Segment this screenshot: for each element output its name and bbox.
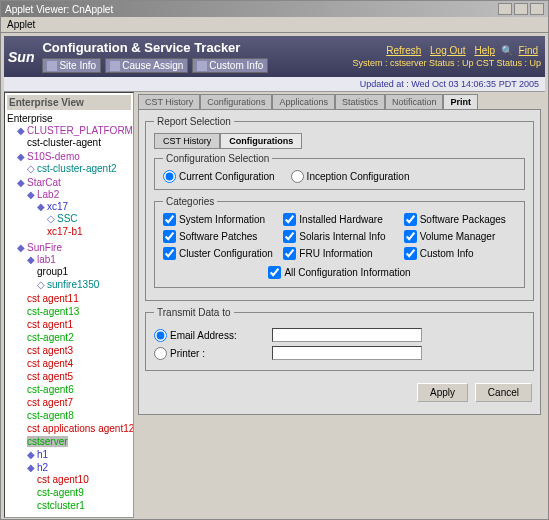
chk-volume-mgr[interactable]: Volume Manager <box>404 230 516 243</box>
chk-system-info[interactable]: System Information <box>163 213 275 226</box>
tree-node[interactable]: cst agent11 <box>27 292 131 305</box>
tree-node[interactable]: xc17-b1 <box>47 225 131 238</box>
nav-site-info[interactable]: Site Info <box>42 58 101 73</box>
chk-cluster-config[interactable]: Cluster Configuration <box>163 247 275 260</box>
cause-assign-icon <box>110 61 120 71</box>
tree-node[interactable]: ◆Lab2 ◆xc17 ◇SSC xc17-b1 <box>27 188 131 240</box>
tree-node[interactable]: cst agent10 <box>37 473 131 486</box>
chk-sw-patches[interactable]: Software Patches <box>163 230 275 243</box>
chk-custom-info[interactable]: Custom Info <box>404 247 516 260</box>
subtab-cst-history[interactable]: CST History <box>154 133 220 149</box>
tab-configurations[interactable]: Configurations <box>200 94 272 109</box>
tree-node[interactable]: ◆xc17 ◇SSC xc17-b1 <box>37 200 131 239</box>
tab-statistics[interactable]: Statistics <box>335 94 385 109</box>
printer-field[interactable] <box>272 346 422 360</box>
tree-node-selected[interactable]: cstserver <box>27 435 131 448</box>
minimize-icon[interactable] <box>498 3 512 15</box>
tree-node[interactable]: ◇SSC <box>47 212 131 225</box>
chk-fru-info[interactable]: FRU Information <box>283 247 395 260</box>
window-title: Applet Viewer: CnApplet <box>5 4 113 15</box>
sun-logo: Sun <box>8 49 34 65</box>
tree-node[interactable]: ◇cst-cluster-agent2 <box>27 162 131 175</box>
tree-node[interactable]: ◆CLUSTER_PLATFORM cst-cluster-agent <box>17 124 131 150</box>
menubar: Applet <box>1 17 548 33</box>
tree-node[interactable]: ◆lab1 group1 ◇sunfire1350 <box>27 253 131 292</box>
tree-node[interactable]: ◆h1 <box>27 448 131 461</box>
link-find[interactable]: Find <box>519 45 538 56</box>
link-help[interactable]: Help <box>474 45 495 56</box>
tree-node[interactable]: cst agent7 <box>27 396 131 409</box>
radio-email[interactable]: Email Address: <box>154 329 264 342</box>
tree-node[interactable]: cst agent3 <box>27 344 131 357</box>
find-icon: 🔍 <box>501 45 513 56</box>
tree-root[interactable]: Enterprise ◆CLUSTER_PLATFORM cst-cluster… <box>7 112 131 515</box>
nav-custom-info[interactable]: Custom Info <box>192 58 268 73</box>
menu-applet[interactable]: Applet <box>7 19 35 30</box>
fieldset-report-selection: Report Selection CST History Configurati… <box>145 116 534 301</box>
tree: Enterprise ◆CLUSTER_PLATFORM cst-cluster… <box>7 112 131 515</box>
tree-node[interactable]: cst-agent2 <box>27 331 131 344</box>
titlebar: Applet Viewer: CnApplet <box>1 1 548 17</box>
custom-info-icon <box>197 61 207 71</box>
app-title: Configuration & Service Tracker <box>42 40 344 55</box>
sidebar-title: Enterprise View <box>7 95 131 110</box>
chk-all-config[interactable]: All Configuration Information <box>268 266 410 279</box>
maximize-icon[interactable] <box>514 3 528 15</box>
tree-node[interactable]: cst-agent13 <box>27 305 131 318</box>
tree-node[interactable]: ◆h2 cst agent10 cst-agent9 cstcluster1 <box>27 461 131 513</box>
fieldset-categories: Categories System Information Installed … <box>154 196 525 288</box>
chk-installed-hw[interactable]: Installed Hardware <box>283 213 395 226</box>
main-tabs: CST History Configurations Applications … <box>138 94 541 109</box>
tree-node[interactable]: cst agent5 <box>27 370 131 383</box>
email-field[interactable] <box>272 328 422 342</box>
chk-sw-packages[interactable]: Software Packages <box>404 213 516 226</box>
cancel-button[interactable]: Cancel <box>475 383 532 402</box>
tree-node[interactable]: cst agent4 <box>27 357 131 370</box>
tree-node[interactable]: ◆StarCat ◆Lab2 ◆xc17 ◇SSC xc17-b1 <box>17 176 131 241</box>
updated-at: Updated at : Wed Oct 03 14:06:35 PDT 200… <box>4 77 545 92</box>
tree-node[interactable]: ◆SunFire ◆lab1 group1 ◇sunfire1350 cst a… <box>17 241 131 514</box>
nav-cause-assign[interactable]: Cause Assign <box>105 58 188 73</box>
fieldset-config-selection: Configuration Selection Current Configur… <box>154 153 525 190</box>
site-info-icon <box>47 61 57 71</box>
legend-report-selection: Report Selection <box>154 116 234 127</box>
link-logout[interactable]: Log Out <box>430 45 466 56</box>
subtab-configurations[interactable]: Configurations <box>220 133 302 149</box>
apply-button[interactable]: Apply <box>417 383 468 402</box>
chk-solaris-info[interactable]: Solaris Internal Info <box>283 230 395 243</box>
tree-node[interactable]: cst-agent9 <box>37 486 131 499</box>
tab-print[interactable]: Print <box>443 94 478 109</box>
legend-config-selection: Configuration Selection <box>163 153 272 164</box>
status-line: System : cstserver Status : Up CST Statu… <box>353 58 541 68</box>
app-header: Sun Configuration & Service Tracker Site… <box>4 36 545 77</box>
tree-node[interactable]: cst agent1 <box>27 318 131 331</box>
tree-node[interactable]: ◆S10S-demo ◇cst-cluster-agent2 <box>17 150 131 176</box>
tab-notification[interactable]: Notification <box>385 94 444 109</box>
tree-node[interactable]: ◇sunfire1350 <box>37 278 131 291</box>
link-refresh[interactable]: Refresh <box>386 45 421 56</box>
tree-node[interactable]: cstcluster1 <box>37 499 131 512</box>
tree-node[interactable]: cst applications agent12 <box>27 422 131 435</box>
tab-cst-history[interactable]: CST History <box>138 94 200 109</box>
close-icon[interactable] <box>530 3 544 15</box>
tab-applications[interactable]: Applications <box>272 94 335 109</box>
radio-printer[interactable]: Printer : <box>154 347 264 360</box>
tree-node[interactable]: group1 <box>37 265 131 278</box>
radio-inception-config[interactable]: Inception Configuration <box>291 170 410 183</box>
tree-node[interactable]: cst-agent8 <box>27 409 131 422</box>
radio-current-config[interactable]: Current Configuration <box>163 170 275 183</box>
tree-node[interactable]: cst-agent6 <box>27 383 131 396</box>
legend-transmit: Transmit Data to <box>154 307 234 318</box>
tree-node[interactable]: cst-cluster-agent <box>27 136 131 149</box>
fieldset-transmit: Transmit Data to Email Address: Printer … <box>145 307 534 371</box>
sidebar: Enterprise View Enterprise ◆CLUSTER_PLAT… <box>4 92 134 518</box>
legend-categories: Categories <box>163 196 217 207</box>
main-panel: CST History Configurations Applications … <box>134 92 545 518</box>
